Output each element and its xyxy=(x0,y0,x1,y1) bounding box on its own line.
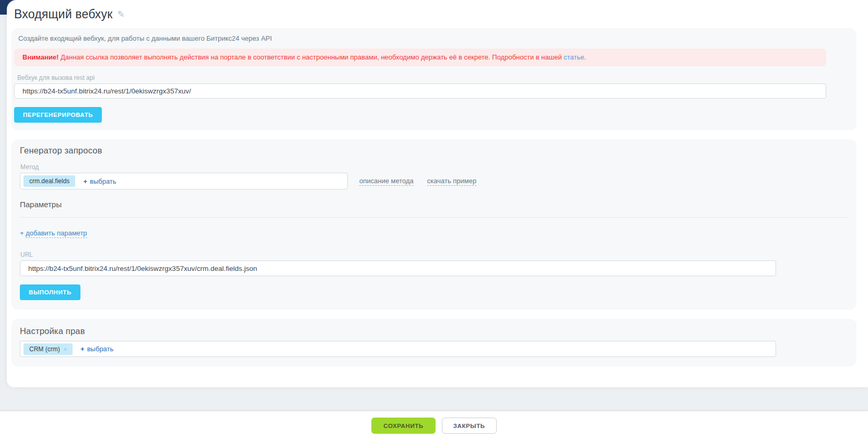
method-choose-label: выбрать xyxy=(90,177,116,185)
params-title: Параметры xyxy=(20,200,848,209)
method-description-link[interactable]: описание метода xyxy=(359,177,414,186)
download-example-link[interactable]: скачать пример xyxy=(427,177,476,186)
footer-bar: СОХРАНИТЬ ЗАКРЫТЬ xyxy=(0,411,868,440)
permission-choose-label: выбрать xyxy=(87,345,114,353)
plus-icon: + xyxy=(20,229,24,237)
permissions-input[interactable]: CRM (crm)× +выбрать xyxy=(20,341,776,357)
article-link[interactable]: статье xyxy=(564,53,584,61)
webhook-url-label: Вебхук для вызова rest api xyxy=(17,74,826,81)
method-label: Метод xyxy=(20,163,848,171)
warning-text: Данная ссылка позволяет выполнять действ… xyxy=(58,53,564,61)
incoming-webhook-panel: Входящий вебхук ✎ Создайте входящий вебх… xyxy=(7,0,868,387)
method-choose-link[interactable]: +выбрать xyxy=(83,177,116,185)
permission-chip[interactable]: CRM (crm)× xyxy=(24,343,73,355)
webhook-description: Создайте входящий вебхук, для работы с д… xyxy=(18,34,826,42)
permission-choose-link[interactable]: +выбрать xyxy=(80,345,113,353)
regenerate-button[interactable]: ПЕРЕГЕНЕРИРОВАТЬ xyxy=(14,107,102,123)
params-divider xyxy=(20,217,848,218)
save-button[interactable]: СОХРАНИТЬ xyxy=(371,418,435,434)
warning-bold-text: Внимание! xyxy=(22,53,58,61)
add-param-label: добавить параметр xyxy=(26,229,87,238)
add-param-link[interactable]: + добавить параметр xyxy=(20,229,87,237)
remove-permission-icon[interactable]: × xyxy=(64,346,67,352)
permission-chip-label: CRM (crm) xyxy=(29,346,60,353)
request-generator-card: Генератор запросов Метод crm.deal.fields… xyxy=(11,139,857,310)
panel-content: Создайте входящий вебхук, для работы с д… xyxy=(11,28,857,366)
method-row: crm.deal.fields +выбрать описание метода… xyxy=(20,173,848,189)
webhook-info-card: Создайте входящий вебхук, для работы с д… xyxy=(11,28,857,130)
panel-header: Входящий вебхук ✎ xyxy=(7,0,868,21)
request-url-label: URL xyxy=(20,251,848,258)
execute-button[interactable]: ВЫПОЛНИТЬ xyxy=(20,284,80,300)
method-input[interactable]: crm.deal.fields +выбрать xyxy=(20,173,348,189)
generator-title: Генератор запросов xyxy=(20,146,848,156)
request-url-input[interactable] xyxy=(20,260,776,276)
close-button[interactable]: ЗАКРЫТЬ xyxy=(442,418,497,434)
permissions-card: Настройка прав CRM (crm)× +выбрать xyxy=(11,319,857,366)
page-title: Входящий вебхук xyxy=(14,7,112,21)
plus-icon: + xyxy=(83,177,87,185)
warning-suffix: . xyxy=(584,53,587,61)
edit-title-pencil-icon[interactable]: ✎ xyxy=(117,9,124,20)
warning-banner: Внимание! Данная ссылка позволяет выполн… xyxy=(14,49,826,66)
permissions-title: Настройка прав xyxy=(20,326,848,336)
method-chip[interactable]: crm.deal.fields xyxy=(24,175,75,187)
plus-icon: + xyxy=(80,345,85,353)
webhook-url-input[interactable] xyxy=(14,84,826,99)
